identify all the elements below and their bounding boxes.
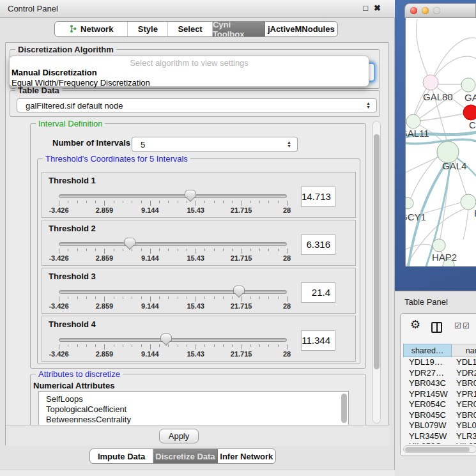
toolbox-tab-bar: NetworkStyleSelectCyni ToolboxjActiveMNo…: [54, 21, 338, 37]
numerical-attributes-label: Numerical Attributes: [33, 381, 114, 390]
zoom-traffic-light-icon[interactable]: [433, 7, 440, 14]
tick-mark: [214, 296, 215, 299]
float-window-icon[interactable]: □: [363, 3, 368, 13]
numerical-attributes-list[interactable]: SelfLoopsTopologicalCoefficientBetweenne…: [38, 391, 349, 425]
table-horizontal-scrollbar-thumb[interactable]: [405, 447, 470, 452]
tick-mark: [204, 296, 205, 299]
table-row[interactable]: YIL052CYIL052C: [403, 441, 476, 444]
column-header-shared-name[interactable]: shared…: [403, 344, 452, 357]
slider-thumb[interactable]: [124, 238, 135, 246]
table-row[interactable]: YLR345WYLR345W: [403, 431, 476, 442]
algorithm-option-manual-discretization[interactable]: Manual Discretization: [10, 68, 369, 78]
tab-discretize-data[interactable]: Discretize Data: [153, 449, 217, 463]
slider-track[interactable]: [59, 194, 287, 198]
tab-jactivemnodules[interactable]: jActiveMNodules: [265, 22, 337, 36]
gear-icon[interactable]: ⚙: [410, 319, 420, 330]
tick-mark: [95, 296, 96, 299]
network-edge[interactable]: [463, 210, 468, 240]
table-row[interactable]: YER054CYER054C: [403, 399, 476, 410]
threshold-slider[interactable]: -3.4262.8599.14415.4321.71528: [59, 338, 287, 357]
table-row[interactable]: YDL19…YDL19: [403, 357, 476, 368]
tick-mark: [287, 249, 288, 254]
network-node-ga[interactable]: [461, 78, 475, 92]
threshold-4-box: Threshold 4-3.4262.8599.14415.4321.71528…: [42, 316, 356, 362]
network-node-gal4[interactable]: [437, 141, 459, 163]
tick-mark: [59, 249, 59, 254]
attribute-item-topologicalcoefficient[interactable]: TopologicalCoefficient: [39, 404, 348, 415]
table-row[interactable]: YBR043CYBR043C: [403, 378, 476, 389]
tab-label: Select: [178, 24, 202, 34]
attribute-item-selfloops[interactable]: SelfLoops: [39, 394, 348, 404]
column-header-name[interactable]: name: [452, 344, 476, 357]
threshold-slider[interactable]: -3.4262.8599.14415.4321.71528: [59, 290, 287, 309]
slider-ticks: [59, 296, 287, 302]
cell-name: YER054C: [452, 399, 476, 410]
slider-track[interactable]: [59, 242, 287, 246]
tab-impute-data[interactable]: Impute Data: [90, 449, 153, 463]
slider-track[interactable]: [59, 338, 287, 342]
apply-button[interactable]: Apply: [159, 429, 199, 443]
table-row[interactable]: YBL079WYBL079W: [403, 420, 476, 431]
threshold-value-field[interactable]: 6.316: [301, 234, 335, 255]
select-checkbox-icon[interactable]: ☑: [454, 321, 461, 330]
tick-mark: [95, 249, 96, 251]
network-node-hap2[interactable]: [433, 239, 445, 252]
tab-style[interactable]: Style: [128, 22, 168, 36]
tick-mark: [204, 344, 205, 347]
table-horizontal-scrollbar[interactable]: [403, 445, 476, 453]
close-icon[interactable]: ✖: [374, 3, 381, 13]
cell-name: YIL052C: [452, 441, 476, 444]
tick-mark: [114, 201, 114, 203]
select-all-checkbox-icon[interactable]: ☑: [463, 321, 470, 330]
network-view-canvas[interactable]: GAL80GACGAL11GAL4GCY1HHAP2: [405, 18, 476, 266]
tab-cyni-toolbox[interactable]: Cyni Toolbox: [213, 22, 265, 36]
network-edge[interactable]: [406, 157, 439, 173]
list-scrollbar-thumb[interactable]: [341, 394, 347, 423]
network-edge[interactable]: [420, 114, 463, 121]
settings-scrollbar-thumb[interactable]: [374, 134, 380, 369]
tick-mark: [214, 249, 215, 251]
slider-thumb[interactable]: [160, 334, 172, 342]
interval-definition-group: Interval Definition Number of Intervals …: [30, 123, 366, 369]
threshold-slider[interactable]: -3.4262.8599.14415.4321.71528: [59, 194, 287, 213]
cell-shared-name: YPR145W: [403, 389, 452, 400]
network-node-label: GCY1: [406, 211, 426, 222]
tick-label: 15.43: [187, 302, 204, 310]
tab-infer-network[interactable]: Infer Network: [218, 449, 275, 463]
tab-select[interactable]: Select: [168, 22, 213, 36]
slider-thumb[interactable]: [185, 190, 196, 198]
tab-network[interactable]: Network: [55, 22, 128, 36]
table-row[interactable]: YPR145WYPR145W: [403, 389, 476, 400]
number-of-intervals-combobox[interactable]: 5 ▲▼: [132, 137, 298, 152]
threshold-value-field[interactable]: 11.344: [301, 330, 335, 351]
network-node-gal11[interactable]: [406, 114, 420, 128]
tick-mark: [77, 201, 78, 203]
tick-mark: [223, 249, 224, 251]
threshold-value-field[interactable]: 14.713: [301, 187, 335, 207]
slider-thumb[interactable]: [233, 286, 245, 294]
close-traffic-light-icon[interactable]: [410, 7, 417, 14]
settings-scrollbar[interactable]: [372, 121, 381, 424]
columns-icon[interactable]: [431, 322, 442, 333]
threshold-slider[interactable]: -3.4262.8599.14415.4321.71528: [59, 242, 287, 261]
network-graph[interactable]: GAL80GACGAL11GAL4GCY1HHAP2: [406, 18, 476, 266]
algorithm-option-equal-width-frequency-discretization[interactable]: Equal Width/Frequency Discretization: [10, 78, 369, 88]
tick-mark: [114, 344, 114, 347]
table-row[interactable]: YBR045CYBR045C: [403, 410, 476, 421]
network-node-c[interactable]: [463, 105, 476, 120]
tick-mark: [232, 201, 233, 203]
minimize-traffic-light-icon[interactable]: [422, 7, 429, 14]
tick-mark: [287, 344, 288, 349]
attribute-item-betweennesscentrality[interactable]: BetweennessCentrality: [39, 415, 348, 425]
slider-track[interactable]: [59, 290, 287, 294]
network-edge[interactable]: [417, 19, 427, 75]
table-data-combobox[interactable]: galFiltered.sif default node ▲▼: [17, 98, 377, 112]
network-node-gal80[interactable]: [423, 75, 438, 90]
network-edge[interactable]: [406, 245, 434, 249]
table-row[interactable]: YDR27…YDR27: [403, 368, 476, 379]
tick-mark: [268, 344, 269, 347]
network-node-gcy1[interactable]: [406, 197, 413, 209]
threshold-value-field[interactable]: 21.4: [301, 282, 335, 303]
network-edge[interactable]: [411, 155, 440, 198]
slider-tick-labels: -3.4262.8599.14415.4321.71528: [59, 206, 287, 214]
